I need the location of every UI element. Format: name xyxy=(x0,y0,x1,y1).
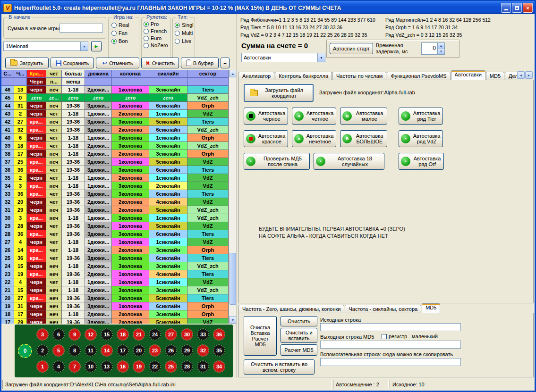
main-tab[interactable]: Анализатор xyxy=(238,72,274,80)
board-number-29[interactable]: 29 xyxy=(181,344,193,357)
table-row[interactable]: 3220чернчет19-362дюжи...2колонка4сиклайн… xyxy=(1,198,229,206)
autobet-button[interactable]: нАвтоставка нечетное xyxy=(292,130,336,147)
md5-clear-button[interactable]: Очистить xyxy=(281,316,317,326)
table-scrollbar[interactable]: ▲ ▼ xyxy=(229,70,236,324)
autobets-combo[interactable]: Автоставки ▼ xyxy=(241,53,325,62)
board-number-21[interactable]: 21 xyxy=(133,328,145,341)
table-row[interactable]: 450zeroze...zerozerozerozeroVdZ_zch xyxy=(1,94,229,102)
table-row[interactable]: 3636кра...чет19-363дюжи...3колонка6сикла… xyxy=(1,166,229,174)
tab-scroll-left-icon[interactable]: ◄ xyxy=(517,71,525,79)
table-row[interactable]: 2115черннеч1-182дюжи...3колонка3сиклайнV… xyxy=(1,286,229,294)
table-row[interactable]: 3817черннеч1-182дюжи...2колонка3сиклайнO… xyxy=(1,150,229,158)
output-string-input[interactable] xyxy=(320,341,461,349)
autobet-button[interactable]: БАвтоставка БОЛЬШОЕ xyxy=(340,130,387,147)
tab-scroll-right-icon[interactable]: ► xyxy=(525,71,533,79)
profile-combo[interactable]: 1Melonati ▼ xyxy=(3,42,88,51)
clear-table-button[interactable]: ✖ Очистить xyxy=(141,58,179,68)
source-string-input[interactable] xyxy=(320,323,461,331)
lowercase-checkbox[interactable]: регистр - маленький xyxy=(382,334,438,339)
autobet-button[interactable]: •Проверить МД5 после спина xyxy=(244,153,310,170)
board-number-9[interactable]: 9 xyxy=(68,328,81,341)
md5-combined-button[interactable]: Очистка Вставка Расчет MD5 xyxy=(244,316,277,356)
table-row[interactable]: 2415черннеч1-182дюжи...3колонка3сиклайнV… xyxy=(1,262,229,270)
board-number-19[interactable]: 19 xyxy=(133,360,145,373)
radio-option-multi[interactable]: Multi xyxy=(175,30,195,36)
table-row[interactable]: 4613черннеч1-182дюжи...1колонка3сиклайнT… xyxy=(1,86,229,94)
board-number-zero[interactable]: 0 xyxy=(18,344,32,358)
maximize-button[interactable] xyxy=(512,3,522,13)
board-number-24[interactable]: 24 xyxy=(149,328,161,341)
board-number-15[interactable]: 15 xyxy=(101,328,113,341)
table-row[interactable]: 2928чернчет19-363дюжи...1колонка5сиклайн… xyxy=(1,222,229,230)
board-number-25[interactable]: 25 xyxy=(165,360,177,373)
board-number-3[interactable]: 3 xyxy=(36,328,49,341)
table-row[interactable]: 303кра...неч1-181дюжи...3колонка1сиклайн… xyxy=(1,214,229,222)
board-number-17[interactable]: 17 xyxy=(117,344,129,357)
spinner-down-icon[interactable]: ▼ xyxy=(438,49,444,54)
radio-option-french[interactable]: French xyxy=(144,28,170,34)
close-button[interactable]: × xyxy=(523,3,533,13)
radio-option-singl[interactable]: Singl xyxy=(175,22,195,28)
autobet-button[interactable]: •Автоставка ряд Tier xyxy=(399,108,443,125)
board-number-35[interactable]: 35 xyxy=(213,344,225,357)
radio-option-bon[interactable]: Bon xyxy=(111,38,139,44)
main-tab[interactable]: Функционал PsevdoMS xyxy=(387,72,450,80)
radio-option-real[interactable]: Real xyxy=(111,22,139,28)
undo-button[interactable]: ↩ Отменить xyxy=(96,58,139,68)
load-button[interactable]: Загрузить xyxy=(5,58,49,68)
column-header[interactable]: Кра...Черн xyxy=(27,70,46,86)
table-row[interactable]: 2836кра...чет19-363дюжи...3колонка6сикла… xyxy=(1,230,229,238)
md5-calc-button[interactable]: Расчет MD5 xyxy=(281,344,317,356)
radio-option-pro[interactable]: Pro xyxy=(144,21,170,27)
main-tab[interactable]: MD5 xyxy=(486,72,504,80)
table-row[interactable]: 406чернчет1-181дюжи...3колонка1сиклайнOr… xyxy=(1,134,229,142)
board-number-2[interactable]: 2 xyxy=(36,344,49,357)
column-header[interactable]: большменш xyxy=(62,70,85,86)
column-header[interactable]: С... xyxy=(1,70,14,86)
bottom-tab[interactable]: Частота - Zero, шансы, дюжины, колонки xyxy=(238,305,344,313)
scroll-up-icon[interactable]: ▲ xyxy=(229,70,237,77)
radio-option-euro[interactable]: Euro xyxy=(144,35,170,41)
table-row[interactable]: 3129черннеч19-363дюжи...2колонка5сиклайн… xyxy=(1,206,229,214)
autobet-button[interactable]: •Автоставка 18 случайных xyxy=(314,153,384,170)
table-row[interactable]: 4132кра...чет19-363дюжи...2колонка6сикла… xyxy=(1,126,229,134)
autobet-button[interactable]: мАвтоставка малое xyxy=(340,108,387,125)
board-number-8[interactable]: 8 xyxy=(68,344,81,357)
table-row[interactable]: 4431черннеч19-363дюжи...1колонка6сиклайн… xyxy=(1,102,229,110)
radio-option-live[interactable]: Live xyxy=(175,38,195,44)
board-number-33[interactable]: 33 xyxy=(197,328,209,341)
table-row[interactable]: 1931черннеч19-363дюжи...1колонка6сиклайн… xyxy=(1,302,229,310)
spinner-up-icon[interactable]: ▲ xyxy=(438,43,444,49)
md5-clear-paste-button[interactable]: Очистить и вставить xyxy=(281,328,317,343)
chevron-down-icon[interactable]: ▼ xyxy=(80,42,88,50)
table-row[interactable]: 2614кра...чет1-182дюжи...2колонка3сиклай… xyxy=(1,246,229,254)
play-button[interactable]: ► xyxy=(91,41,102,51)
board-number-4[interactable]: 4 xyxy=(52,360,65,373)
column-header[interactable]: сиклайн xyxy=(149,70,187,86)
minimize-button[interactable] xyxy=(501,3,511,13)
board-number-27[interactable]: 27 xyxy=(165,328,177,341)
column-header[interactable]: четн... xyxy=(46,70,62,86)
board-number-16[interactable]: 16 xyxy=(117,360,129,373)
table-row[interactable]: 432чернчет1-181дюжи...2колонка1сиклайнVd… xyxy=(1,110,229,118)
board-number-14[interactable]: 14 xyxy=(101,344,113,357)
scrollbar-thumb[interactable] xyxy=(230,253,236,305)
autospin-start-button[interactable]: Автоспин старт xyxy=(330,43,373,54)
column-header[interactable]: дюжина xyxy=(85,70,112,86)
table-row[interactable]: 2536кра...чет19-363дюжи...3колонка6сикла… xyxy=(1,254,229,262)
column-header[interactable]: сектор xyxy=(187,70,229,86)
table-row[interactable]: 224чернчет1-181дюжи...1колонка1сиклайнVd… xyxy=(1,278,229,286)
autobet-button[interactable]: чАвтоставка четное xyxy=(292,108,336,125)
board-number-6[interactable]: 6 xyxy=(52,328,65,341)
table-row[interactable]: 352чернчет1-181дюжи...2колонка1сиклайнVd… xyxy=(1,174,229,182)
board-number-10[interactable]: 10 xyxy=(85,360,97,373)
bottom-tab[interactable]: Частота - сиклайны, сектора xyxy=(345,305,421,313)
start-sum-input[interactable] xyxy=(60,24,103,33)
table-row[interactable]: 1817черннеч1-182дюжи...2колонка3сиклайнO… xyxy=(1,310,229,318)
copy-buffer-button[interactable]: В буфер xyxy=(181,58,219,68)
scroll-down-icon[interactable]: ▼ xyxy=(229,316,237,324)
collapse-button[interactable]: – xyxy=(221,58,230,68)
board-number-18[interactable]: 18 xyxy=(117,328,129,341)
board-number-30[interactable]: 30 xyxy=(181,328,193,341)
main-tab[interactable]: Делени xyxy=(505,72,518,80)
